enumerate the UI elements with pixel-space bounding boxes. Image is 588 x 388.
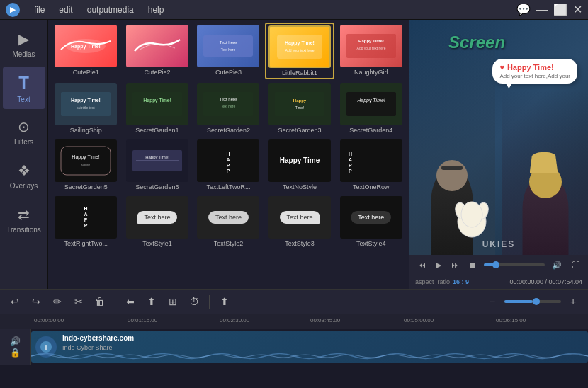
ruler-2: 00:02:30.00 [220, 317, 249, 324]
redo-btn[interactable]: ↪ [27, 292, 45, 311]
zoom-slider[interactable] [504, 300, 561, 303]
undo-btn[interactable]: ↩ [6, 292, 24, 311]
split-btn[interactable]: ⊞ [164, 292, 182, 311]
sidebar-item-overlays[interactable]: ❖ Overlays [3, 154, 45, 197]
template-textonerow[interactable]: HAPP TextOneRow [336, 137, 406, 193]
template-secretgarden2[interactable]: Text hereText here SecretGarden2 [193, 81, 264, 136]
happy-time-bubble: ♥ Happy Time! Add your text here,Add you… [492, 59, 577, 84]
template-cutepie3[interactable]: Text hereText here CutePie3 [193, 23, 264, 79]
bubble-title: Happy Time! [507, 63, 554, 72]
zoom-in-btn[interactable]: + [564, 292, 582, 311]
template-textleft[interactable]: HAPP TextLeftTwoR... [193, 137, 264, 193]
svg-text:Happy Time!: Happy Time! [71, 98, 101, 103]
template-name-cutepie3: CutePie3 [197, 69, 259, 76]
template-sailingship[interactable]: Happy Time!subtitle text SailingShip [51, 81, 121, 136]
template-name-naughtygirl: NaughtyGirl [340, 69, 402, 76]
thumb-textrighttwor: HAPP [55, 196, 117, 239]
clock-btn[interactable]: ⏱ [185, 292, 203, 311]
time-display: 00:00:00.00 / 00:07:54.04 [509, 278, 582, 285]
aspect-value: 16 : 9 [453, 278, 469, 285]
track-mute-btn[interactable]: 🔊 [10, 336, 21, 346]
svg-rect-2 [203, 35, 253, 57]
svg-rect-5 [277, 35, 322, 59]
svg-text:P: P [84, 223, 88, 228]
svg-text:Text here: Text here [220, 40, 237, 45]
svg-text:Happy Time!: Happy Time! [145, 155, 169, 159]
app-icon: ▶ [6, 3, 20, 17]
audio-clip[interactable]: i indo-cybershare.com Indo Cyber Share [31, 331, 588, 363]
stop-btn[interactable]: ⏹ [466, 259, 480, 270]
template-littlerabbit1[interactable]: Happy Time!Add your text here LittleRabb… [265, 23, 335, 79]
track-lock-btn[interactable]: 🔒 [10, 348, 21, 358]
copy-in-btn[interactable]: ⬅ [121, 292, 140, 311]
aspect-label: aspect_ratio [415, 278, 450, 285]
thumb-littlerabbit1: Happy Time!Add your text here [268, 25, 331, 68]
time-total: 00:07:54.04 [548, 278, 582, 285]
mid-section: ▶ Medias T Text ⊙ Filters ❖ Overlays ⇄ T… [0, 20, 588, 289]
template-textstyle2[interactable]: Text here TextStyle2 [193, 194, 264, 249]
sidebar-item-medias[interactable]: ▶ Medias [3, 23, 45, 65]
template-textrighttwor[interactable]: HAPP TextRightTwo... [51, 194, 121, 249]
copy-out-btn[interactable]: ⬆ [142, 292, 161, 311]
maximize-icon[interactable]: ⬜ [553, 3, 567, 16]
template-textstyle4[interactable]: Text here TextStyle4 [336, 194, 406, 249]
preview-info-bar: aspect_ratio 16 : 9 00:00:00.00 / 00:07:… [409, 275, 588, 289]
thumb-secretgarden6: Happy Time! [126, 139, 188, 182]
sidebar-item-filters[interactable]: ⊙ Filters [3, 110, 45, 153]
svg-text:P: P [227, 169, 230, 173]
svg-text:Happy Time!: Happy Time! [143, 98, 171, 103]
template-textstyle1[interactable]: Text here TextStyle1 [123, 194, 193, 249]
sidebar-label-text: Text [17, 96, 30, 103]
template-name-textstyle2: TextStyle2 [197, 240, 259, 247]
fullscreen-btn[interactable]: ⛶ [569, 259, 582, 270]
svg-text:Text here: Text here [220, 97, 237, 101]
svg-text:Happy Time!: Happy Time! [357, 98, 385, 103]
delete-btn[interactable]: 🗑 [91, 292, 109, 311]
svg-rect-26 [61, 147, 111, 175]
template-secretgarden4[interactable]: Happy Time!····· SecretGarden4 [336, 81, 406, 136]
template-textstyle3[interactable]: Text here TextStyle3 [265, 194, 335, 249]
step-forward-btn[interactable]: ⏭ [448, 259, 462, 270]
template-cutepie2[interactable]: CutePie2 [123, 23, 193, 79]
close-icon[interactable]: ✕ [573, 3, 582, 16]
watermark-text: UKIES [482, 239, 516, 249]
template-secretgarden6[interactable]: Happy Time! SecretGarden6 [123, 137, 193, 193]
svg-rect-20 [275, 92, 324, 116]
minimize-icon[interactable]: — [536, 4, 548, 16]
svg-text:H: H [227, 152, 230, 156]
bubble-sub: Add your text here,Add your [499, 73, 570, 79]
template-name-cutepie1: CutePie1 [55, 69, 117, 76]
menu-edit[interactable]: edit [53, 4, 78, 16]
export-btn[interactable]: ⬆ [215, 292, 234, 311]
template-naughtygirl[interactable]: Happy Time!Add your text here NaughtyGir… [336, 23, 406, 79]
sidebar-item-transitions[interactable]: ⇄ Transitions [3, 198, 45, 241]
sidebar-item-text[interactable]: T Text [3, 67, 45, 109]
thumb-secretgarden5: Happy Time!subtitle [55, 139, 117, 182]
thumb-textonerow: HAPP [340, 139, 402, 182]
svg-rect-23 [346, 92, 396, 116]
skip-back-btn[interactable]: ⏮ [415, 259, 429, 270]
template-secretgarden1[interactable]: Happy Time!····· SecretGarden1 [123, 81, 193, 136]
menu-help[interactable]: help [142, 4, 170, 16]
template-name-textstyle3: TextStyle3 [268, 240, 331, 247]
preview-progress-bar[interactable] [484, 263, 545, 266]
zoom-out-btn[interactable]: − [483, 292, 502, 311]
template-textnostyle[interactable]: Happy Time TextNoStyle [265, 137, 335, 193]
menu-file[interactable]: file [28, 4, 50, 16]
play-btn[interactable]: ▶ [433, 259, 444, 271]
template-secretgarden3[interactable]: HappyTime! SecretGarden3 [265, 81, 335, 136]
menu-outputmedia[interactable]: outputmedia [81, 4, 140, 16]
center-preview: Happy Time! CutePie1 CutePie2 Text hereT… [48, 20, 588, 289]
template-name-secretgarden5: SecretGarden5 [55, 183, 117, 190]
media-grid-panel: Happy Time! CutePie1 CutePie2 Text hereT… [48, 20, 409, 289]
template-name-secretgarden6: SecretGarden6 [126, 183, 188, 190]
template-cutepie1[interactable]: Happy Time! CutePie1 [51, 23, 121, 79]
chat-icon[interactable]: 💬 [516, 3, 531, 16]
cut-btn[interactable]: ✂ [69, 292, 88, 311]
app-window: ▶ file edit outputmedia help 💬 — ⬜ ✕ ▶ M… [0, 0, 588, 388]
volume-btn[interactable]: 🔊 [549, 259, 565, 271]
toolbar-separator-2 [209, 295, 210, 309]
pen-btn[interactable]: ✏ [48, 292, 67, 311]
svg-text:P: P [227, 163, 230, 168]
template-secretgarden5[interactable]: Happy Time!subtitle SecretGarden5 [51, 137, 121, 193]
